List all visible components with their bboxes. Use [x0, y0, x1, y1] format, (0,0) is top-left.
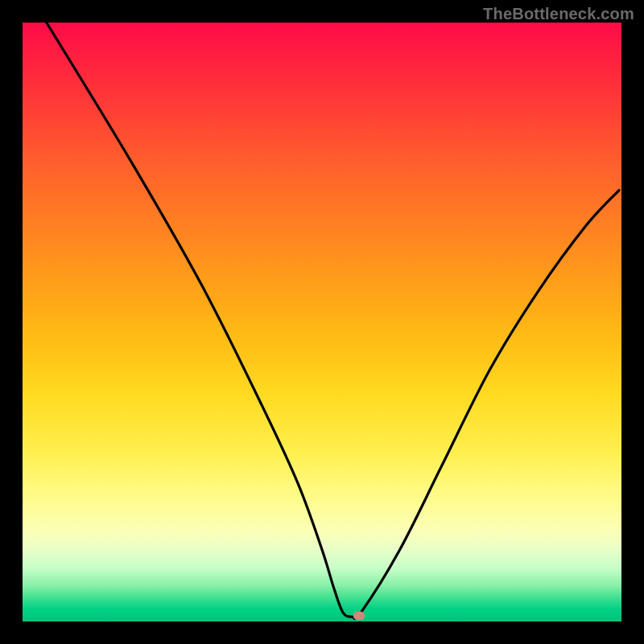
curve-path — [47, 23, 619, 619]
plot-area — [23, 23, 621, 621]
optimal-point-marker — [353, 612, 365, 621]
bottleneck-curve — [23, 23, 621, 621]
watermark-text: TheBottleneck.com — [483, 5, 634, 23]
chart-container: TheBottleneck.com — [0, 0, 644, 644]
